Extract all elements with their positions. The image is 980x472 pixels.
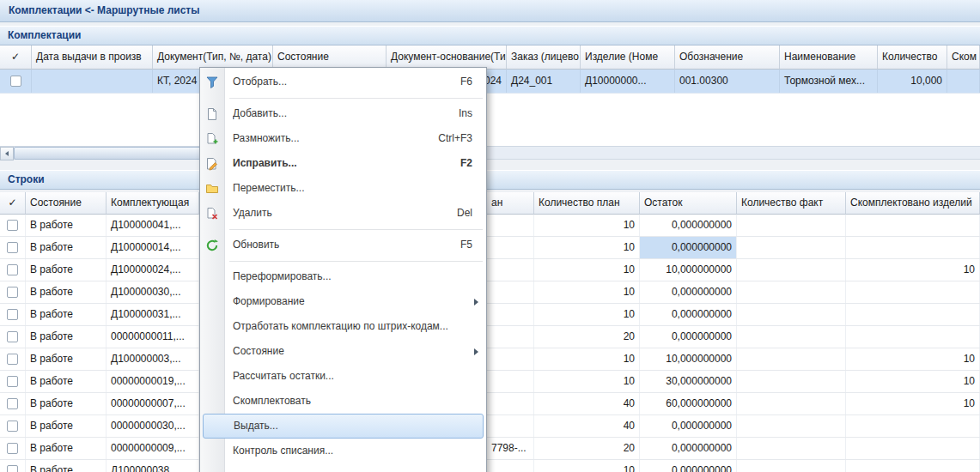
cell-remainder[interactable]: 0,000000000 — [640, 438, 737, 459]
cell-product[interactable]: Д10000000... — [581, 70, 675, 93]
column-header-state[interactable]: Состояние — [26, 192, 107, 215]
cell-qty-fact[interactable] — [737, 415, 846, 437]
cell-qty-fact[interactable] — [737, 460, 846, 472]
column-header-remainder[interactable]: Остаток — [640, 192, 737, 215]
menu-item-obnovit[interactable]: Обновить F5 — [200, 233, 486, 257]
row-checkbox[interactable] — [7, 443, 18, 454]
cell-remainder[interactable]: 0,000000000 — [640, 215, 737, 236]
cell-quantity[interactable]: 10,000 — [878, 70, 947, 93]
cell-remainder[interactable]: 0,000000000 — [640, 237, 737, 258]
cell-state[interactable]: В работе — [26, 393, 107, 415]
cell-remainder[interactable]: 10,000000000 — [640, 259, 737, 281]
cell-assembled[interactable] — [846, 304, 980, 325]
cell-qty-fact[interactable] — [737, 237, 846, 258]
row-checkbox-cell[interactable] — [0, 259, 26, 281]
table-row[interactable]: В работе 00000000007,... 40 60,000000000… — [0, 393, 980, 415]
cell-qty-plan[interactable]: 10 — [534, 237, 640, 258]
cell-qty-plan[interactable]: 10 — [534, 371, 640, 392]
column-header-assembled[interactable]: Ском — [947, 45, 980, 70]
cell-remainder[interactable]: 0,000000000 — [640, 460, 737, 472]
cell-name[interactable]: Тормозной мех... — [780, 70, 878, 93]
row-checkbox[interactable] — [7, 421, 18, 432]
column-header-assembled[interactable]: Скомплектовано изделий — [846, 192, 980, 215]
row-checkbox-cell[interactable] — [0, 415, 26, 437]
cell-state[interactable]: В работе — [26, 415, 107, 437]
row-checkbox-cell[interactable] — [0, 371, 26, 392]
column-header-product[interactable]: Изделие (Номе — [581, 45, 675, 70]
cell-remainder[interactable]: 0,000000000 — [640, 281, 737, 303]
row-checkbox-cell[interactable] — [0, 326, 26, 348]
cell-hidden-tail[interactable]: 7798-... — [487, 438, 534, 459]
menu-item-rasschitat-ostatki[interactable]: Рассчитать остатки... — [200, 364, 486, 389]
menu-item-formirovanie[interactable]: Формирование — [200, 289, 486, 314]
cell-qty-fact[interactable] — [737, 259, 846, 281]
cell-assembled[interactable]: 10 — [846, 393, 980, 415]
cell-remainder[interactable]: 0,000000000 — [640, 326, 737, 348]
cell-qty-fact[interactable] — [737, 281, 846, 303]
menu-item-ispravit[interactable]: Исправить... F2 — [200, 151, 486, 176]
column-header-name[interactable]: Наименование — [780, 45, 878, 70]
menu-item-razmnozhit[interactable]: Размножить... Ctrl+F3 — [200, 126, 486, 151]
check-column-header[interactable]: ✓ — [0, 192, 26, 215]
cell-date-issued[interactable] — [32, 70, 153, 93]
row-checkbox[interactable] — [7, 376, 18, 387]
menu-item-skomplektovat[interactable]: Скомплектовать — [200, 389, 486, 414]
cell-hidden-tail[interactable] — [487, 371, 534, 392]
row-checkbox[interactable] — [7, 465, 18, 472]
cell-assembled[interactable] — [846, 215, 980, 236]
cell-hidden-tail[interactable] — [487, 215, 534, 236]
table-row[interactable]: В работе Д100000014,... 10 0,000000000 — [0, 237, 980, 259]
cell-component[interactable]: 00000000009,... — [107, 438, 199, 459]
menu-item-peremestit[interactable]: Переместить... — [200, 176, 486, 201]
cell-qty-plan[interactable]: 10 — [534, 304, 640, 325]
cell-qty-plan[interactable]: 10 — [534, 281, 640, 303]
row-checkbox-cell[interactable] — [0, 304, 26, 325]
cell-qty-plan[interactable]: 40 — [534, 393, 640, 415]
cell-qty-fact[interactable] — [737, 371, 846, 392]
cell-assembled[interactable] — [846, 237, 980, 258]
menu-item-vydat[interactable]: Выдать... — [203, 414, 484, 439]
table-row[interactable]: В работе Д100000030,... 10 0,000000000 — [0, 281, 980, 304]
menu-item-otrabotat-shtrih-kody[interactable]: Отработать комплектацию по штрих-кодам..… — [200, 314, 486, 339]
row-checkbox[interactable] — [7, 331, 18, 342]
cell-hidden-tail[interactable] — [487, 393, 534, 415]
column-header-document[interactable]: Документ(Тип, №, дата) — [153, 45, 273, 70]
cell-qty-fact[interactable] — [737, 393, 846, 415]
cell-hidden-tail[interactable] — [487, 259, 534, 281]
column-header-date-issued[interactable]: Дата выдачи в произв — [32, 45, 153, 70]
cell-assembled[interactable]: 10 — [846, 371, 980, 392]
cell-assembled[interactable] — [846, 460, 980, 472]
cell-qty-fact[interactable] — [737, 304, 846, 325]
cell-state[interactable]: В работе — [26, 348, 107, 370]
column-header-qty-fact[interactable]: Количество факт — [737, 192, 846, 215]
cell-assembled[interactable] — [846, 281, 980, 303]
row-checkbox-cell[interactable] — [0, 348, 26, 370]
row-checkbox-cell[interactable] — [0, 438, 26, 459]
cell-order[interactable]: Д24_001 — [507, 70, 581, 93]
cell-assembled[interactable]: 10 — [846, 348, 980, 370]
table-row[interactable]: В работе Д100000024,... 10 10,000000000 … — [0, 259, 980, 281]
table-row-selected[interactable]: КТ, 2024 024 Д24_001 Д10000000... 001.00… — [0, 70, 980, 94]
cell-qty-plan[interactable]: 20 — [534, 326, 640, 348]
table-row[interactable]: В работе 00000000030,... 40 0,000000000 — [0, 415, 980, 438]
row-checkbox[interactable] — [7, 398, 18, 409]
table-row[interactable]: В работе Д100000041,... 10 0,000000000 — [0, 215, 980, 237]
cell-component[interactable]: Д100000041,... — [107, 215, 199, 236]
cell-component[interactable]: Д100000003,... — [107, 348, 199, 370]
cell-qty-plan[interactable]: 40 — [534, 415, 640, 437]
cell-remainder[interactable]: 0,000000000 — [640, 304, 737, 325]
column-header-component[interactable]: Комплектующая — [107, 192, 199, 215]
cell-assembled[interactable]: 10 — [846, 259, 980, 281]
row-checkbox-cell[interactable] — [0, 237, 26, 258]
cell-state[interactable]: В работе — [26, 460, 107, 472]
column-header-hidden-tail[interactable]: ан — [487, 192, 534, 215]
check-column-header[interactable]: ✓ — [0, 45, 32, 70]
cell-state[interactable]: В работе — [26, 326, 107, 348]
row-checkbox-cell[interactable] — [0, 281, 26, 303]
cell-qty-fact[interactable] — [737, 215, 846, 236]
cell-component[interactable]: Д100000030,... — [107, 281, 199, 303]
cell-qty-plan[interactable]: 10 — [534, 259, 640, 281]
row-checkbox-cell[interactable] — [0, 393, 26, 415]
cell-hidden-tail[interactable] — [487, 460, 534, 472]
cell-qty-plan[interactable]: 10 — [534, 460, 640, 472]
